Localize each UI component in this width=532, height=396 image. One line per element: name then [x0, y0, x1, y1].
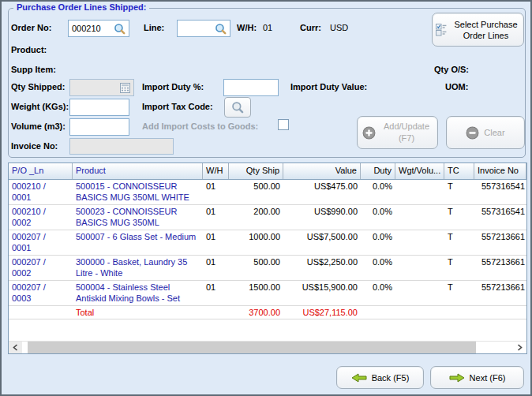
column-header[interactable]: W/H [203, 163, 229, 179]
volume-m3-label: Volume (m3): [11, 121, 66, 131]
order-no-input[interactable]: 000210 [68, 20, 129, 37]
cell: US$7,500.00 [283, 230, 361, 255]
qty-os-label: Qty O/S: [434, 65, 469, 74]
cell: 000207 / 0001 [9, 230, 73, 255]
table-empty-area [9, 319, 526, 341]
cell: 200.00 [229, 205, 283, 230]
cell: 01 [203, 256, 229, 280]
column-header[interactable]: Value [283, 163, 361, 179]
column-header[interactable]: Invoice No [474, 163, 526, 179]
purchase-order-lines-shipped-window: Purchase Order Lines Shipped: Order No: … [0, 0, 532, 396]
clear-button[interactable]: Clear [446, 116, 525, 149]
table-header: P/O _LnProductW/HQty ShipValueDutyWgt/Vo… [9, 163, 526, 180]
clear-label: Clear [484, 128, 504, 137]
cell: 500.00 [229, 180, 283, 204]
cell: 01 [203, 281, 229, 305]
cell: 557213661 [474, 256, 526, 280]
invoice-no-label: Invoice No: [11, 141, 58, 151]
order-no-search-icon[interactable] [114, 23, 126, 35]
cell: 0.0% [361, 230, 395, 255]
import-duty-pct-input[interactable] [223, 79, 279, 96]
column-header[interactable]: Wgt/Volu... [395, 163, 444, 179]
checklist-icon [436, 23, 447, 36]
cell: 01 [203, 205, 229, 230]
select-purchase-order-lines-button[interactable]: Select Purchase Order Lines [432, 13, 524, 47]
uom-label: UOM: [445, 82, 468, 92]
qty-shipped-input[interactable] [69, 79, 134, 96]
import-tax-code-search-button[interactable] [224, 97, 251, 118]
cell: 01 [203, 230, 229, 255]
cell: 1000.00 [229, 230, 283, 255]
cell: US$2,250.00 [283, 256, 361, 280]
total-value: US$27,115.00 [283, 306, 361, 319]
wh-value: 01 [263, 23, 272, 32]
wh-label: W/H: [237, 23, 257, 32]
cell: 557213661 [474, 281, 526, 305]
cell [395, 256, 444, 280]
order-no-value: 000210 [72, 24, 101, 33]
cell: 557213661 [474, 230, 526, 255]
curr-label: Curr: [300, 23, 321, 32]
curr-value: USD [330, 23, 348, 32]
order-no-label: Order No: [11, 23, 51, 32]
green-right-arrow-icon [449, 373, 465, 383]
table-row[interactable]: 000210 / 0001500015 - CONNOISSEUR BASICS… [9, 180, 526, 205]
minus-circle-icon [466, 126, 479, 140]
scrollbar-thumb[interactable] [28, 342, 476, 353]
table-row[interactable]: 000210 / 0002500023 - CONNOISSEUR BASICS… [9, 205, 526, 230]
column-header[interactable]: Product [73, 163, 203, 179]
table-row[interactable]: 000207 / 0003500004 - Stainless Steel An… [9, 281, 526, 306]
table-total-row: Total 3700.00 US$27,115.00 [9, 306, 526, 319]
plus-circle-icon [362, 126, 376, 140]
cell: 500023 - CONNOISSEUR BASICS MUG 350ML [73, 205, 203, 230]
cell [395, 180, 444, 204]
cell: 000210 / 0002 [9, 205, 73, 230]
invoice-no-input[interactable] [69, 138, 174, 155]
column-header[interactable]: Duty [361, 163, 395, 179]
cell: US$990.00 [283, 205, 361, 230]
back-label: Back (F5) [372, 373, 410, 383]
scroll-left-arrow-icon[interactable] [9, 342, 22, 353]
import-tax-code-label: Import Tax Code: [142, 102, 213, 111]
cell: T [444, 281, 474, 305]
cell: 557316541 [474, 205, 526, 230]
cell: 000207 / 0003 [9, 281, 73, 305]
cell: T [444, 205, 474, 230]
table-row[interactable]: 000207 / 0001500007 - 6 Glass Set - Medi… [9, 230, 526, 256]
back-button[interactable]: Back (F5) [336, 366, 424, 389]
add-import-costs-checkbox[interactable] [278, 119, 289, 130]
volume-m3-input[interactable] [69, 118, 129, 136]
weight-kgs-input[interactable] [69, 99, 129, 116]
import-duty-value-label: Import Duty Value: [290, 82, 367, 92]
column-header[interactable]: P/O _Ln [9, 163, 73, 179]
cell: US$15,900.00 [283, 281, 361, 305]
horizontal-scrollbar[interactable] [9, 341, 526, 353]
cell: T [444, 230, 474, 255]
column-header[interactable]: TC [444, 163, 474, 179]
table-row[interactable]: 000207 / 0002300000 - Basket, Laundry 35… [9, 256, 526, 281]
scroll-right-arrow-icon[interactable] [513, 342, 526, 353]
scrollbar-track[interactable] [22, 342, 513, 353]
line-input[interactable] [177, 20, 230, 37]
cell: 0.0% [361, 180, 395, 204]
weight-kgs-label: Weight (KGs): [11, 102, 69, 111]
cell: 500007 - 6 Glass Set - Medium [73, 230, 203, 255]
cell: 01 [203, 180, 229, 204]
total-qty-ship: 3700.00 [229, 306, 283, 319]
column-header[interactable]: Qty Ship [229, 163, 283, 179]
line-search-icon[interactable] [215, 23, 227, 35]
groupbox-title: Purchase Order Lines Shipped: [13, 2, 149, 12]
calculator-icon[interactable] [120, 83, 130, 93]
select-purchase-order-lines-label: Select Purchase Order Lines [451, 19, 521, 41]
cell: 0.0% [361, 205, 395, 230]
search-icon [231, 101, 244, 114]
next-button[interactable]: Next (F6) [430, 366, 524, 389]
cell: T [444, 256, 474, 280]
cell: 1500.00 [229, 281, 283, 305]
po-lines-table: P/O _LnProductW/HQty ShipValueDutyWgt/Vo… [8, 163, 527, 354]
add-update-button[interactable]: Add/Update (F7) [357, 116, 438, 149]
next-label: Next (F6) [470, 373, 506, 383]
cell: 500.00 [229, 256, 283, 280]
cell: 000207 / 0002 [9, 256, 73, 280]
cell [395, 230, 444, 255]
